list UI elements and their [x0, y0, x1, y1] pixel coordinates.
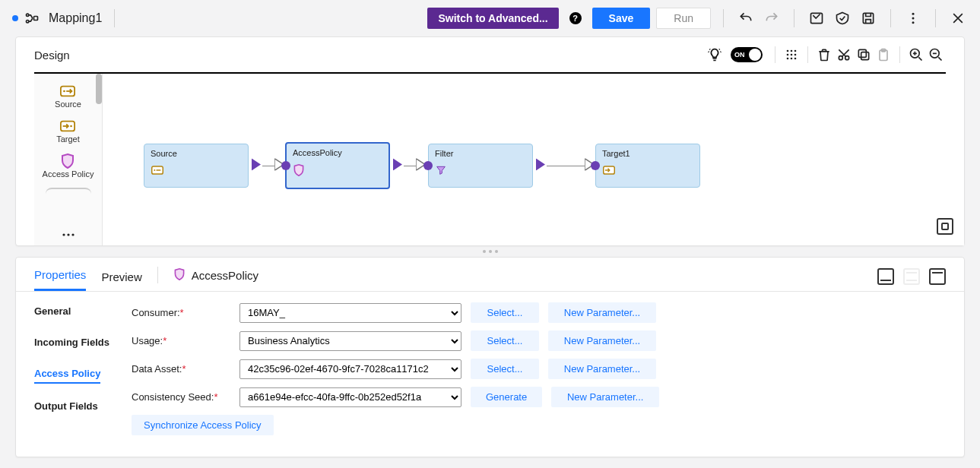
undo-icon[interactable]: [736, 8, 756, 28]
svg-rect-4: [863, 13, 873, 23]
properties-side-nav: General Incoming Fields Access Policy Ou…: [16, 292, 113, 457]
source-icon: [59, 83, 77, 100]
node-title: Filter: [435, 149, 526, 158]
save-as-icon[interactable]: [858, 8, 878, 28]
mapping-title: Mapping1: [49, 11, 102, 25]
data-asset-new-param-button[interactable]: New Parameter...: [548, 359, 656, 379]
usage-select-button[interactable]: Select...: [471, 330, 539, 351]
consumer-label: Consumer:*: [132, 307, 230, 318]
check-icon[interactable]: [833, 8, 852, 28]
switch-to-advanced-button[interactable]: Switch to Advanced...: [427, 8, 558, 29]
zoom-in-icon[interactable]: [906, 45, 926, 65]
close-icon[interactable]: [948, 8, 968, 28]
svg-point-15: [791, 58, 793, 60]
generate-button[interactable]: Generate: [471, 387, 542, 407]
svg-point-6: [912, 17, 915, 20]
run-button[interactable]: Run: [656, 8, 711, 29]
seed-new-param-button[interactable]: New Parameter...: [551, 387, 659, 407]
divider: [794, 9, 794, 27]
zoom-out-icon[interactable]: [926, 45, 946, 65]
source-icon: [151, 164, 164, 178]
splitter[interactable]: [0, 246, 980, 257]
shield-icon: [59, 153, 77, 169]
design-panel: Design ON: [15, 36, 965, 246]
svg-point-28: [71, 125, 73, 128]
shield-icon: [293, 163, 306, 177]
node-source[interactable]: Source: [144, 144, 249, 188]
nav-access-policy[interactable]: Access Policy: [34, 368, 100, 384]
mapping-canvas[interactable]: Source AccessPolicy: [103, 74, 964, 245]
svg-marker-34: [252, 159, 261, 171]
divider: [723, 9, 724, 27]
palette-access-policy[interactable]: Access Policy: [43, 153, 94, 179]
synchronize-button[interactable]: Synchronize Access Policy: [132, 415, 274, 435]
input-port[interactable]: [281, 161, 290, 170]
consumer-select-button[interactable]: Select...: [471, 302, 539, 323]
palette-target[interactable]: Target: [56, 118, 80, 144]
mapping-icon: [24, 11, 40, 26]
node-title: Target1: [602, 149, 693, 158]
node-access-policy[interactable]: AccessPolicy: [285, 142, 390, 189]
svg-marker-38: [536, 159, 545, 171]
usage-select[interactable]: Business Analytics: [239, 331, 461, 351]
palette-label: Target: [56, 134, 80, 144]
data-asset-select-button[interactable]: Select...: [471, 359, 539, 379]
scrollbar[interactable]: [96, 74, 102, 104]
node-title: AccessPolicy: [293, 148, 382, 157]
toggle-switch[interactable]: ON: [731, 47, 763, 62]
tab-properties[interactable]: Properties: [34, 264, 86, 291]
lightbulb-icon[interactable]: [705, 45, 725, 65]
svg-marker-36: [393, 159, 402, 171]
svg-point-30: [67, 233, 69, 236]
seed-select[interactable]: a661e94e-efcc-40fa-9ffc-0b252ed52f1a: [239, 387, 461, 407]
svg-point-26: [64, 90, 66, 93]
nav-output-fields[interactable]: Output Fields: [34, 400, 98, 415]
consumer-new-param-button[interactable]: New Parameter...: [548, 302, 656, 323]
usage-new-param-button[interactable]: New Parameter...: [548, 330, 656, 351]
validate-icon[interactable]: [807, 8, 826, 28]
help-icon[interactable]: ?: [569, 12, 582, 24]
svg-point-5: [912, 13, 915, 15]
divider: [775, 46, 775, 63]
svg-point-7: [912, 21, 915, 24]
data-asset-select[interactable]: 42c35c96-02ef-4670-9fc7-7028ca1171c2: [239, 359, 461, 379]
layout-top-icon[interactable]: [929, 268, 946, 285]
svg-point-10: [794, 50, 797, 52]
node-target1[interactable]: Target1: [595, 144, 700, 188]
delete-icon[interactable]: [814, 45, 834, 65]
layout-bottom-icon[interactable]: [877, 268, 894, 285]
palette-more-icon[interactable]: [59, 229, 78, 241]
transformation-palette: Source Target Access Policy: [34, 74, 103, 245]
palette-source[interactable]: Source: [55, 83, 81, 109]
copy-icon[interactable]: [854, 45, 874, 65]
nav-general[interactable]: General: [34, 305, 71, 320]
data-asset-label: Data Asset:*: [132, 363, 230, 375]
cut-icon[interactable]: [834, 45, 854, 65]
redo-icon: [762, 8, 782, 28]
svg-point-12: [791, 54, 793, 56]
seed-label: Consistency Seed:*: [132, 391, 230, 403]
svg-point-29: [62, 233, 65, 236]
target-icon: [602, 164, 616, 178]
more-menu-icon[interactable]: [903, 8, 923, 28]
transformation-badge: AccessPolicy: [173, 267, 258, 291]
svg-point-14: [787, 58, 789, 60]
shield-icon: [173, 267, 186, 283]
svg-point-16: [794, 58, 797, 60]
input-port[interactable]: [591, 161, 600, 170]
input-port[interactable]: [423, 161, 433, 170]
layout-middle-icon[interactable]: [903, 268, 920, 285]
design-header: Design ON: [16, 37, 964, 65]
consumer-select[interactable]: 16MAY_: [239, 303, 461, 323]
divider: [157, 267, 158, 283]
save-button[interactable]: Save: [592, 8, 651, 29]
svg-point-8: [787, 50, 789, 52]
nav-incoming-fields[interactable]: Incoming Fields: [34, 337, 109, 351]
overview-icon[interactable]: [937, 218, 953, 235]
properties-panel: Properties Preview AccessPolicy General …: [15, 257, 965, 457]
grid-icon[interactable]: [782, 45, 801, 65]
divider: [899, 46, 900, 63]
svg-rect-2: [34, 17, 38, 21]
tab-preview[interactable]: Preview: [101, 266, 141, 291]
node-filter[interactable]: Filter: [428, 144, 533, 188]
